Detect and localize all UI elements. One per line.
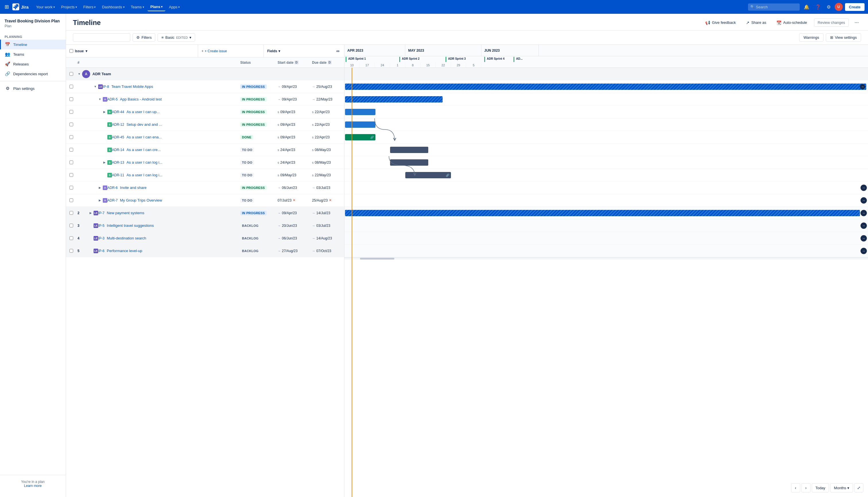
issue-id[interactable]: IP-3: [98, 236, 104, 240]
issue-title[interactable]: My Group Trips Overview: [119, 198, 238, 202]
gantt-bar-adr44[interactable]: [345, 109, 375, 115]
issue-title[interactable]: Setup dev and and ...: [126, 122, 238, 127]
row-checkbox[interactable]: [70, 123, 73, 126]
warnings-button[interactable]: Warnings: [799, 33, 823, 42]
row-checkbox[interactable]: [70, 198, 73, 202]
issue-title[interactable]: As a user I can up...: [126, 110, 238, 114]
issue-id[interactable]: ADR-7: [107, 198, 118, 202]
issue-title[interactable]: As a user I can log i...: [126, 173, 238, 177]
issue-title[interactable]: As a user I can log i...: [126, 160, 238, 165]
gantt-expand-button[interactable]: ⤢: [854, 483, 864, 493]
issue-title[interactable]: App Basics - Android test: [119, 97, 238, 101]
issue-title[interactable]: Intelligent travel suggestions: [106, 223, 238, 228]
gantt-bar-adr14[interactable]: [390, 147, 428, 153]
review-changes-button[interactable]: Review changes: [814, 18, 849, 27]
issue-id[interactable]: ADR-14: [112, 148, 124, 152]
expand-toggle[interactable]: ▶: [102, 161, 107, 164]
column-resize-handle[interactable]: ⇔: [335, 49, 341, 53]
row-checkbox[interactable]: [70, 85, 73, 88]
nav-filters[interactable]: Filters ▾: [81, 3, 99, 11]
issue-id[interactable]: ADR-5: [107, 97, 118, 101]
row-checkbox[interactable]: [70, 211, 73, 215]
expand-toggle[interactable]: ▶: [88, 211, 93, 214]
issue-id[interactable]: ADR-45: [112, 135, 124, 139]
issue-id[interactable]: ADR-44: [112, 110, 124, 114]
expand-toggle[interactable]: ▶: [97, 186, 103, 189]
gantt-bar-adr12[interactable]: [345, 122, 375, 128]
sidebar-item-teams[interactable]: 👥 Teams: [0, 49, 66, 59]
issue-title[interactable]: As a user I can ena...: [126, 135, 238, 139]
learn-more-link[interactable]: Learn more: [24, 484, 42, 488]
gantt-bar-adr5[interactable]: [345, 96, 443, 102]
gantt-prev-button[interactable]: ‹: [791, 483, 800, 493]
gantt-next-button[interactable]: ›: [801, 483, 811, 493]
row-checkbox[interactable]: [70, 160, 73, 164]
issue-id[interactable]: ADR-11: [112, 173, 124, 177]
create-button[interactable]: Create: [845, 3, 865, 11]
row-checkbox[interactable]: [70, 173, 73, 177]
sidebar-item-plan-settings[interactable]: ⚙ Plan settings: [0, 84, 66, 93]
nav-dashboards[interactable]: Dashboards ▾: [99, 3, 127, 11]
issue-title[interactable]: New payment systems: [106, 211, 238, 215]
issue-title[interactable]: Invite and share: [119, 185, 238, 190]
row-checkbox[interactable]: [70, 236, 73, 240]
issue-id[interactable]: IP-5: [98, 224, 104, 228]
give-feedback-button[interactable]: 📢 Give feedback: [702, 19, 739, 27]
row-checkbox[interactable]: [70, 148, 73, 152]
issue-search-input[interactable]: [73, 33, 130, 42]
gantt-bar-adr45[interactable]: 🔗: [345, 134, 375, 140]
group-checkbox[interactable]: [70, 72, 73, 76]
expand-toggle[interactable]: ▼: [92, 85, 98, 88]
filters-button[interactable]: ⚙ Filters: [133, 33, 155, 42]
jira-logo[interactable]: Jira: [12, 3, 29, 10]
nav-apps[interactable]: Apps ▾: [166, 3, 183, 11]
nav-projects[interactable]: Projects ▾: [58, 3, 80, 11]
issue-title[interactable]: Performance level-up: [106, 248, 238, 253]
issue-id[interactable]: IP-6: [98, 249, 104, 253]
issue-id[interactable]: IP-7: [98, 211, 104, 215]
x-icon[interactable]: ✕: [329, 198, 332, 202]
expand-toggle[interactable]: ▼: [97, 98, 103, 101]
issue-id[interactable]: IP-8: [103, 85, 109, 89]
issue-title[interactable]: Team Travel Mobile Apps: [110, 84, 238, 89]
row-checkbox[interactable]: [70, 110, 73, 114]
create-issue-button[interactable]: + + Create issue: [198, 45, 264, 57]
row-checkbox[interactable]: [70, 135, 73, 139]
row-checkbox[interactable]: [70, 186, 73, 189]
x-icon[interactable]: ✕: [293, 198, 295, 202]
avatar[interactable]: U: [835, 3, 843, 11]
issue-id[interactable]: ADR-6: [107, 186, 118, 190]
search-input[interactable]: [748, 3, 800, 11]
gantt-today-button[interactable]: Today: [812, 483, 829, 493]
fields-column-header[interactable]: Fields ▾ ⇔: [264, 45, 344, 57]
gantt-bar-adr13[interactable]: [390, 159, 428, 166]
notifications-button[interactable]: 🔔: [802, 3, 811, 11]
sidebar-item-releases[interactable]: 🚀 Releases: [0, 59, 66, 69]
issue-id[interactable]: ADR-12: [112, 123, 124, 127]
share-as-button[interactable]: ↗ Share as: [742, 19, 769, 27]
view-settings-button[interactable]: ⊞ View settings: [826, 33, 861, 42]
issue-title[interactable]: Multi-destination search: [106, 236, 238, 240]
auto-schedule-button[interactable]: 📆 Auto-schedule: [773, 19, 810, 27]
expand-toggle[interactable]: ▶: [102, 110, 107, 113]
help-button[interactable]: ❓: [813, 3, 823, 11]
more-options-button[interactable]: ···: [852, 18, 861, 27]
nav-teams[interactable]: Teams ▾: [128, 3, 147, 11]
gantt-bar-ip8[interactable]: →: [345, 84, 866, 90]
expand-icon[interactable]: ▼: [76, 72, 82, 75]
nav-plans[interactable]: Plans ▾: [147, 3, 165, 11]
gantt-bar-ip7[interactable]: [345, 210, 860, 216]
gantt-bar-adr11[interactable]: 🔗: [405, 172, 451, 178]
gantt-scrollbar[interactable]: [345, 257, 868, 259]
basic-button[interactable]: ≡ Basic EDITED ▾: [158, 33, 195, 42]
settings-button[interactable]: ⚙: [825, 3, 833, 11]
row-checkbox[interactable]: [70, 224, 73, 227]
nav-your-work[interactable]: Your work ▾: [33, 3, 58, 11]
scrollbar-thumb[interactable]: [360, 258, 394, 259]
row-checkbox[interactable]: [70, 249, 73, 253]
select-all-checkbox[interactable]: [70, 49, 73, 53]
expand-toggle[interactable]: ▶: [97, 199, 103, 202]
sidebar-item-timeline[interactable]: 📅 Timeline: [0, 40, 66, 49]
issue-id[interactable]: ADR-13: [112, 160, 124, 165]
issue-column-header[interactable]: Issue ▾: [66, 45, 198, 57]
